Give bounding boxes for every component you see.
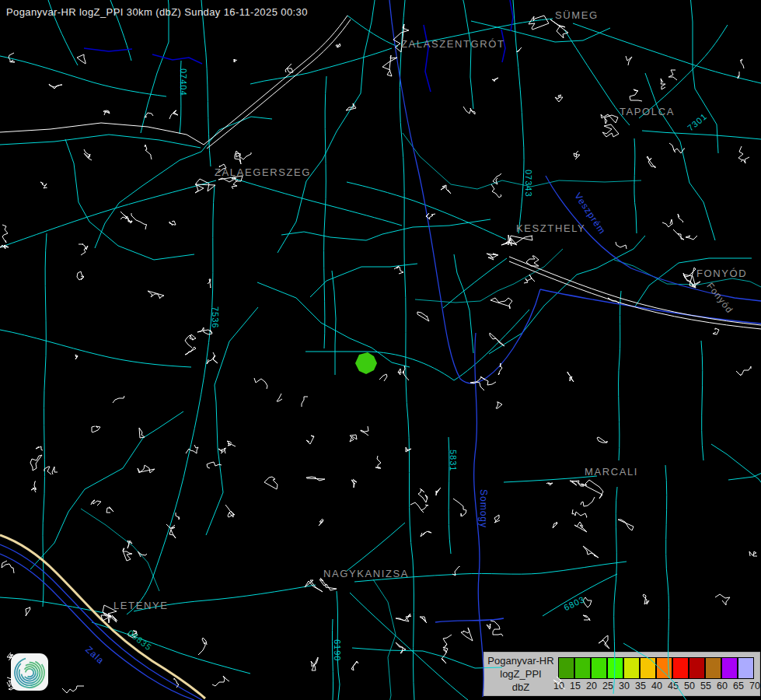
map-line bbox=[77, 271, 84, 280]
map-line bbox=[574, 151, 580, 159]
map-line bbox=[379, 374, 387, 381]
map-line bbox=[84, 48, 132, 51]
map-line bbox=[396, 614, 411, 621]
map-line bbox=[543, 574, 617, 616]
map-line bbox=[31, 481, 36, 492]
map-line bbox=[424, 25, 431, 92]
map-line bbox=[306, 436, 314, 444]
map-line bbox=[2, 225, 8, 243]
map-line bbox=[701, 341, 703, 460]
map-line bbox=[570, 481, 584, 486]
map-line bbox=[436, 488, 441, 495]
map-line bbox=[574, 522, 587, 532]
map-line bbox=[75, 355, 78, 359]
map-line bbox=[218, 448, 226, 453]
map-line bbox=[494, 515, 500, 523]
radar-product-title: Poganyvar-HR logZ_PPI 30km (dbZ) Sunday … bbox=[6, 6, 308, 18]
map-line bbox=[501, 30, 505, 62]
map-line bbox=[302, 397, 308, 407]
map-line bbox=[382, 55, 397, 76]
map-line bbox=[635, 258, 752, 306]
map-line bbox=[152, 54, 202, 64]
met-service-spiral-logo bbox=[11, 653, 48, 691]
map-line bbox=[413, 0, 473, 109]
map-line bbox=[0, 245, 9, 249]
map-line bbox=[441, 185, 451, 194]
map-line bbox=[208, 279, 211, 288]
map-line bbox=[572, 509, 587, 517]
map-line bbox=[169, 110, 178, 119]
map-line bbox=[546, 176, 631, 268]
map-line bbox=[454, 254, 473, 353]
map-line bbox=[207, 352, 218, 364]
map-line bbox=[9, 53, 15, 62]
map-line bbox=[201, 0, 211, 166]
map-line bbox=[131, 213, 147, 229]
map-line bbox=[148, 291, 164, 299]
spiral-arc bbox=[19, 662, 41, 684]
map-line bbox=[583, 597, 592, 607]
map-line bbox=[647, 0, 718, 153]
map-line bbox=[185, 334, 196, 348]
map-line bbox=[134, 585, 316, 611]
map-line bbox=[740, 59, 744, 68]
map-line bbox=[513, 0, 524, 233]
map-line bbox=[49, 84, 62, 89]
map-line bbox=[474, 333, 483, 697]
radar-echo bbox=[355, 352, 377, 374]
map-line bbox=[337, 591, 340, 700]
map-line bbox=[347, 523, 405, 571]
map-line bbox=[120, 216, 132, 222]
map-line bbox=[749, 551, 757, 556]
map-line bbox=[79, 244, 88, 255]
map-line bbox=[642, 131, 761, 139]
radar-map-canvas bbox=[0, 0, 761, 700]
map-line bbox=[389, 0, 392, 22]
map-line bbox=[661, 79, 665, 89]
map-line bbox=[601, 114, 618, 124]
map-line bbox=[169, 530, 176, 538]
map-line bbox=[375, 456, 381, 468]
map-line bbox=[169, 221, 176, 226]
map-line bbox=[553, 677, 565, 689]
map-line bbox=[43, 233, 47, 607]
map-line bbox=[597, 437, 607, 443]
map-line bbox=[92, 426, 100, 432]
map-line bbox=[678, 214, 683, 222]
map-line bbox=[127, 185, 215, 614]
map-line bbox=[613, 487, 617, 694]
map-line bbox=[616, 242, 627, 249]
map-line bbox=[206, 307, 258, 535]
map-line bbox=[662, 219, 672, 227]
map-line bbox=[346, 103, 356, 110]
map-line bbox=[36, 446, 43, 450]
map-line bbox=[311, 657, 318, 670]
map-line bbox=[711, 444, 761, 523]
map-line bbox=[736, 366, 751, 376]
map-line bbox=[350, 435, 357, 442]
map-line bbox=[277, 394, 282, 401]
map-line bbox=[493, 173, 501, 184]
map-line bbox=[0, 123, 204, 145]
map-line bbox=[564, 30, 630, 125]
map-line bbox=[234, 59, 237, 62]
map-line bbox=[618, 520, 634, 530]
map-line bbox=[40, 182, 47, 188]
map-line bbox=[285, 64, 293, 72]
map-line bbox=[65, 139, 194, 260]
map-line bbox=[403, 133, 641, 189]
map-line bbox=[491, 184, 501, 198]
map-line bbox=[487, 254, 498, 260]
map-line bbox=[281, 219, 490, 240]
map-line bbox=[139, 428, 145, 438]
map-line bbox=[417, 312, 429, 321]
map-line bbox=[254, 378, 267, 389]
map-line bbox=[504, 476, 597, 482]
map-line bbox=[517, 47, 522, 52]
map-line bbox=[529, 16, 549, 30]
map-line bbox=[602, 124, 619, 137]
map-line bbox=[413, 19, 553, 44]
map-line bbox=[567, 372, 574, 382]
map-line bbox=[449, 437, 451, 554]
map-line bbox=[645, 73, 715, 240]
